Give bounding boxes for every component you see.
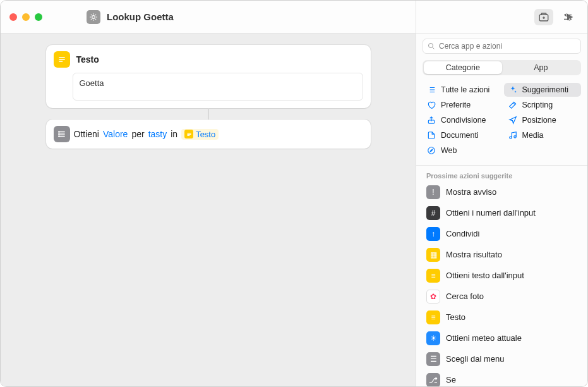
svg-point-3 bbox=[565, 14, 567, 16]
suggestion-icon: ☰ bbox=[426, 352, 440, 366]
location-icon bbox=[508, 116, 518, 125]
suggestion-label: Scegli dal menu bbox=[446, 354, 505, 364]
suggestion-icon: # bbox=[426, 206, 440, 220]
suggestion-item[interactable]: ⎇Se bbox=[421, 370, 582, 386]
variable-chip[interactable]: Testo bbox=[181, 129, 219, 140]
category-label: Preferite bbox=[441, 101, 471, 109]
traffic-lights bbox=[9, 13, 42, 21]
svg-point-11 bbox=[513, 136, 516, 138]
search-wrap bbox=[416, 34, 587, 58]
category-label: Media bbox=[522, 131, 544, 140]
app-window: Lookup Goetta Testo bbox=[0, 0, 588, 387]
suggestion-label: Mostra avviso bbox=[446, 187, 496, 197]
suggestion-label: Testo bbox=[446, 312, 465, 322]
wand-icon bbox=[508, 101, 518, 109]
suggestion-label: Se bbox=[446, 375, 456, 384]
search-input[interactable] bbox=[439, 42, 576, 51]
category-scripting[interactable]: Scripting bbox=[504, 98, 582, 112]
svg-point-10 bbox=[509, 137, 512, 139]
suggestion-item[interactable]: ▦Mostra risultato bbox=[421, 245, 582, 265]
param-value[interactable]: Valore bbox=[103, 129, 128, 139]
svg-point-8 bbox=[429, 44, 433, 48]
category-location[interactable]: Posizione bbox=[504, 113, 582, 127]
category-label: Condivisione bbox=[441, 116, 486, 125]
svg-point-12 bbox=[428, 147, 435, 154]
settings-button[interactable] bbox=[558, 9, 577, 25]
body: Testo Goetta Ottieni Valore per tasty in bbox=[1, 34, 587, 386]
section-title: Prossime azioni suggerite bbox=[416, 167, 587, 182]
close-window-button[interactable] bbox=[9, 13, 17, 21]
category-label: Suggerimenti bbox=[522, 85, 569, 94]
music-icon bbox=[508, 131, 518, 140]
svg-point-4 bbox=[568, 18, 570, 20]
action-title: Testo bbox=[76, 54, 99, 64]
suggestion-icon: ≡ bbox=[426, 269, 440, 283]
suggestion-label: Condividi bbox=[446, 229, 479, 238]
category-label: Web bbox=[441, 146, 457, 155]
text-action-card[interactable]: Testo Goetta bbox=[46, 45, 371, 108]
category-favorites[interactable]: Preferite bbox=[423, 98, 500, 112]
segment-apps[interactable]: App bbox=[502, 61, 580, 74]
list-icon bbox=[426, 85, 436, 94]
suggestion-item[interactable]: ☰Scegli dal menu bbox=[421, 349, 582, 369]
action-text: per bbox=[131, 129, 144, 139]
workflow-canvas[interactable]: Testo Goetta Ottieni Valore per tasty in bbox=[1, 34, 416, 386]
suggestion-item[interactable]: ↑Condividi bbox=[421, 224, 582, 244]
category-label: Documenti bbox=[441, 131, 479, 140]
window-title: Lookup Goetta bbox=[107, 11, 174, 22]
action-library-sidebar: Categorie App Tutte le azioni Suggerimen… bbox=[416, 34, 587, 386]
param-key[interactable]: tasty bbox=[148, 129, 167, 139]
sidebar-toolbar bbox=[416, 1, 587, 34]
suggestion-icon: ▦ bbox=[426, 248, 440, 262]
category-web[interactable]: Web bbox=[423, 144, 500, 157]
category-label: Tutte le azioni bbox=[441, 85, 489, 94]
category-documents[interactable]: Documenti bbox=[423, 128, 500, 142]
action-text: Ottieni bbox=[74, 129, 99, 139]
segment-categories[interactable]: Categorie bbox=[424, 61, 502, 74]
search-field[interactable] bbox=[423, 39, 581, 54]
suggestion-icon: ↑ bbox=[426, 227, 440, 241]
category-label: Posizione bbox=[522, 116, 556, 125]
connector-line bbox=[208, 108, 209, 120]
action-header: Testo bbox=[46, 45, 371, 73]
library-toggle-button[interactable] bbox=[534, 9, 553, 25]
suggestion-item[interactable]: ≡Ottieni testo dall'input bbox=[421, 266, 582, 286]
suggestion-icon: ✿ bbox=[426, 290, 440, 304]
text-input-field[interactable]: Goetta bbox=[73, 73, 363, 101]
zoom-window-button[interactable] bbox=[35, 13, 42, 21]
suggestion-item[interactable]: ≡Testo bbox=[421, 307, 582, 328]
suggestion-item[interactable]: ☀Ottieni meteo attuale bbox=[421, 328, 582, 348]
category-suggestions[interactable]: Suggerimenti bbox=[504, 83, 582, 97]
variable-label: Testo bbox=[196, 130, 215, 139]
suggestion-label: Ottieni meteo attuale bbox=[446, 333, 522, 343]
suggestion-icon: ≡ bbox=[426, 310, 440, 324]
suggestion-label: Ottieni testo dall'input bbox=[446, 271, 524, 280]
suggestion-item[interactable]: !Mostra avviso bbox=[421, 182, 582, 202]
suggestion-item[interactable]: ✿Cerca foto bbox=[421, 286, 582, 307]
suggestion-item[interactable]: #Ottieni i numeri dall'input bbox=[421, 203, 582, 223]
suggestion-icon: ! bbox=[426, 185, 440, 199]
action-body: Goetta bbox=[46, 73, 371, 108]
document-icon bbox=[426, 131, 436, 140]
search-icon bbox=[428, 42, 435, 50]
text-action-icon bbox=[54, 51, 70, 68]
category-all-actions[interactable]: Tutte le azioni bbox=[423, 83, 500, 97]
text-variable-icon bbox=[184, 130, 193, 138]
dictionary-action-icon bbox=[54, 126, 70, 142]
shortcut-icon bbox=[87, 10, 100, 24]
action-inline: Ottieni Valore per tasty in Testo bbox=[46, 120, 371, 149]
svg-point-5 bbox=[58, 132, 59, 132]
action-text: in bbox=[171, 129, 177, 139]
category-media[interactable]: Media bbox=[504, 128, 582, 142]
suggestion-label: Ottieni i numeri dall'input bbox=[446, 208, 536, 218]
safari-icon bbox=[426, 146, 436, 155]
dictionary-action-card[interactable]: Ottieni Valore per tasty in Testo bbox=[46, 120, 371, 149]
category-sharing[interactable]: Condivisione bbox=[423, 113, 500, 127]
suggestion-label: Mostra risultato bbox=[446, 250, 502, 259]
suggestions-list: !Mostra avviso#Ottieni i numeri dall'inp… bbox=[416, 182, 587, 386]
heart-icon bbox=[426, 101, 436, 109]
divider bbox=[416, 165, 587, 166]
suggestion-label: Cerca foto bbox=[446, 292, 484, 301]
minimize-window-button[interactable] bbox=[22, 13, 30, 21]
svg-point-6 bbox=[58, 133, 59, 134]
